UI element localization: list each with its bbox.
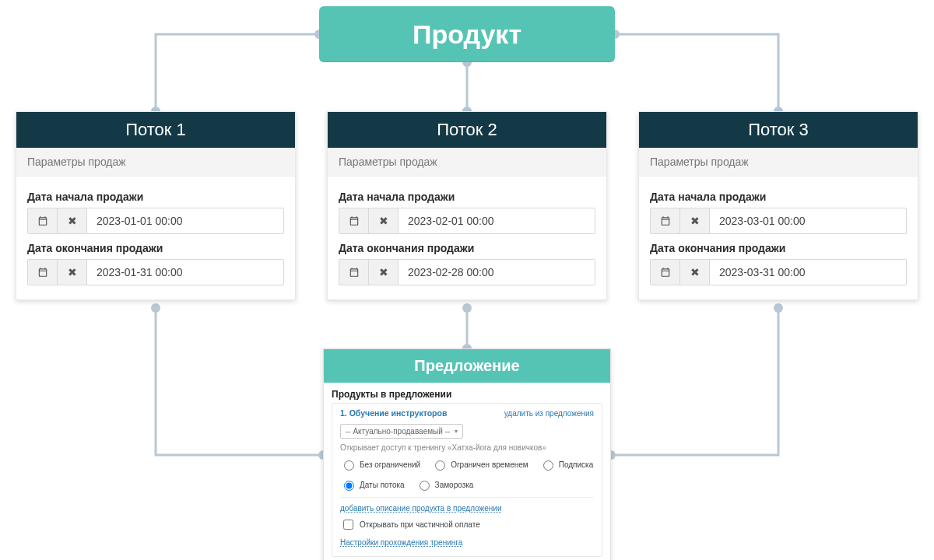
date-value: 2023-03-31 00:00 <box>710 260 906 285</box>
clear-icon[interactable]: ✖ <box>369 260 399 285</box>
calendar-icon[interactable] <box>28 208 58 233</box>
clear-icon[interactable]: ✖ <box>58 260 87 285</box>
flow-subheader: Параметры продаж <box>639 148 918 177</box>
flow-subheader: Параметры продаж <box>16 148 295 177</box>
svg-point-8 <box>462 303 472 313</box>
offer-training-settings-link[interactable]: Настройки прохождения тренинга <box>340 538 594 547</box>
date-value: 2023-01-01 00:00 <box>87 208 283 233</box>
flow-card-1: Поток 1 Параметры продаж Дата начала про… <box>16 111 296 300</box>
svg-point-6 <box>151 303 160 313</box>
flow-header: Поток 2 <box>328 112 606 148</box>
calendar-icon[interactable] <box>339 260 369 285</box>
offer-remove-link[interactable]: удалить из предложения <box>504 409 594 418</box>
clear-icon[interactable]: ✖ <box>58 208 87 233</box>
clear-icon[interactable]: ✖ <box>680 208 710 233</box>
field-label-start: Дата начала продажи <box>339 191 595 203</box>
date-input-start[interactable]: ✖ 2023-02-01 00:00 <box>339 208 595 234</box>
offer-header: Предложение <box>324 349 610 383</box>
offer-hint: Открывает доступ к тренингу «Хатха-йога … <box>340 443 594 452</box>
radio-flow-dates[interactable]: Даты потока <box>340 478 405 491</box>
date-input-end[interactable]: ✖ 2023-02-28 00:00 <box>339 259 595 285</box>
offer-partial-payment-check[interactable]: Открывать при частичной оплате <box>340 517 594 532</box>
offer-card: Предложение Продукты в предложении 1. Об… <box>323 348 611 560</box>
radio-subscription[interactable]: Подписка <box>539 458 594 471</box>
product-node: Продукт <box>319 6 615 62</box>
flow-header: Поток 1 <box>16 112 295 148</box>
flow-card-3: Поток 3 Параметры продаж Дата начала про… <box>638 111 918 300</box>
date-input-start[interactable]: ✖ 2023-03-01 00:00 <box>650 208 907 234</box>
radio-freeze[interactable]: Заморозка <box>416 478 474 491</box>
offer-add-description-link[interactable]: добавить описание продукта в предложении <box>340 504 594 513</box>
offer-select[interactable]: -- Актуально-продаваемый -- ▾ <box>340 424 463 439</box>
flow-subheader: Параметры продаж <box>328 148 606 177</box>
field-label-end: Дата окончания продажи <box>650 242 907 254</box>
calendar-icon[interactable] <box>651 260 680 285</box>
date-value: 2023-01-31 00:00 <box>87 260 283 285</box>
radio-time-limited[interactable]: Ограничен временем <box>431 458 528 471</box>
date-value: 2023-02-28 00:00 <box>399 260 595 285</box>
field-label-start: Дата начала продажи <box>650 191 907 203</box>
offer-radio-group: Без ограничений Ограничен временем Подпи… <box>340 458 594 498</box>
date-value: 2023-03-01 00:00 <box>710 208 906 233</box>
offer-select-value: -- Актуально-продаваемый -- <box>346 427 450 436</box>
flow-header: Поток 3 <box>639 112 918 148</box>
product-node-label: Продукт <box>413 19 521 50</box>
date-input-start[interactable]: ✖ 2023-01-01 00:00 <box>27 208 284 234</box>
flow-card-2: Поток 2 Параметры продаж Дата начала про… <box>327 111 607 300</box>
calendar-icon[interactable] <box>339 208 369 233</box>
radio-no-limit[interactable]: Без ограничений <box>340 458 420 471</box>
date-input-end[interactable]: ✖ 2023-01-31 00:00 <box>27 259 284 285</box>
offer-product-link[interactable]: 1. Обучение инструкторов <box>340 408 447 418</box>
field-label-start: Дата начала продажи <box>27 191 284 203</box>
field-label-end: Дата окончания продажи <box>27 242 284 254</box>
clear-icon[interactable]: ✖ <box>369 208 399 233</box>
date-value: 2023-02-01 00:00 <box>399 208 595 233</box>
date-input-end[interactable]: ✖ 2023-03-31 00:00 <box>650 259 907 285</box>
calendar-icon[interactable] <box>28 260 58 285</box>
calendar-icon[interactable] <box>651 208 680 233</box>
chevron-down-icon: ▾ <box>455 428 458 435</box>
field-label-end: Дата окончания продажи <box>339 242 595 254</box>
offer-section-title: Продукты в предложении <box>324 383 610 403</box>
svg-point-10 <box>774 303 783 313</box>
clear-icon[interactable]: ✖ <box>680 260 710 285</box>
